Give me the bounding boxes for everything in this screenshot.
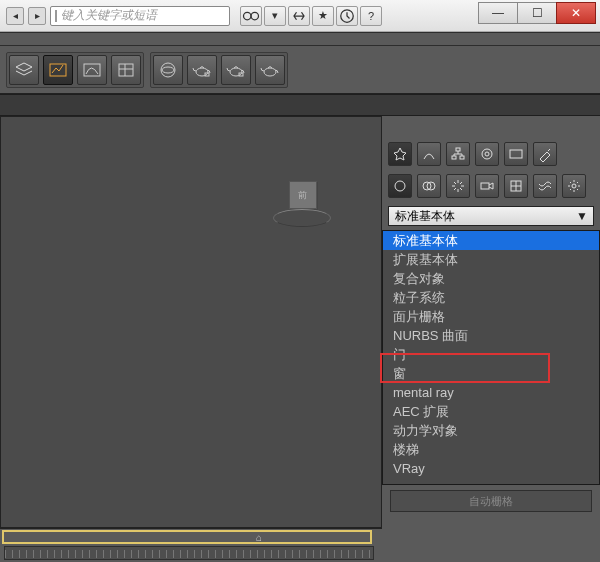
history-forward-icon[interactable]: ▸ [28, 7, 46, 25]
svg-rect-13 [452, 156, 456, 159]
search-input[interactable]: 键入关键字或短语 [50, 6, 230, 26]
timeline-selection[interactable] [2, 530, 372, 544]
window-controls: — ☐ ✕ [478, 2, 596, 24]
svg-point-18 [395, 181, 405, 191]
cameras-icon[interactable] [475, 174, 499, 198]
help-dropdown-icon[interactable]: ▾ [264, 6, 286, 26]
dropdown-item[interactable]: 标准基本体 [383, 231, 599, 250]
svg-point-11 [264, 68, 276, 76]
dropdown-item[interactable]: 复合对象 [383, 269, 599, 288]
hierarchy-tab-icon[interactable] [446, 142, 470, 166]
menu-bar [0, 32, 600, 46]
command-panel-tabs [382, 138, 600, 170]
geometry-type-dropdown-list: 标准基本体 扩展基本体 复合对象 粒子系统 面片栅格 NURBS 曲面 门 窗 … [382, 230, 600, 485]
utilities-tab-icon[interactable] [533, 142, 557, 166]
create-category-row [382, 170, 600, 202]
dropdown-item[interactable]: mental ray [383, 383, 599, 402]
dropdown-item[interactable]: 扩展基本体 [383, 250, 599, 269]
svg-point-0 [244, 12, 252, 20]
dropdown-selected-label: 标准基本体 [395, 208, 455, 225]
svg-point-15 [482, 149, 492, 159]
svg-point-7 [196, 68, 208, 76]
titlebar-left: ◂ ▸ 键入关键字或短语 ▾ ★ ? [0, 6, 382, 26]
render-teapot-a-icon[interactable] [187, 55, 217, 85]
modify-tab-icon[interactable] [417, 142, 441, 166]
schematic-view-icon[interactable] [111, 55, 141, 85]
lights-icon[interactable] [446, 174, 470, 198]
geometry-icon[interactable] [388, 174, 412, 198]
main-toolbar [0, 46, 600, 94]
viewcube-face[interactable]: 前 [289, 181, 317, 209]
binoculars-icon[interactable] [240, 6, 262, 26]
search-placeholder: 键入关键字或短语 [61, 7, 157, 24]
svg-point-1 [251, 12, 259, 20]
autogrid-label: 自动栅格 [469, 494, 513, 509]
svg-rect-21 [481, 183, 489, 189]
viewcube-ring-icon[interactable] [273, 209, 331, 227]
viewport-inner: 前 [1, 117, 381, 527]
dropdown-item[interactable]: 面片栅格 [383, 307, 599, 326]
dropdown-item[interactable]: 粒子系统 [383, 288, 599, 307]
svg-rect-12 [456, 148, 460, 151]
systems-icon[interactable] [562, 174, 586, 198]
close-button[interactable]: ✕ [556, 2, 596, 24]
dropdown-item[interactable]: NURBS 曲面 [383, 326, 599, 345]
viewport[interactable]: 前 [0, 116, 382, 528]
svg-rect-14 [460, 156, 464, 159]
ribbon-strip [0, 94, 600, 116]
geometry-type-dropdown[interactable]: 标准基本体 ▼ [388, 206, 594, 226]
toolbar-group-2 [150, 52, 288, 88]
shapes-icon[interactable] [417, 174, 441, 198]
command-panel: 标准基本体 ▼ 标准基本体 扩展基本体 复合对象 粒子系统 面片栅格 NURBS… [382, 138, 600, 562]
helpers-icon[interactable] [504, 174, 528, 198]
timeline-track[interactable] [4, 546, 374, 560]
svg-rect-17 [510, 150, 522, 158]
toolbar-group-1 [6, 52, 144, 88]
dropdown-item[interactable]: 门 [383, 345, 599, 364]
svg-point-16 [485, 152, 489, 156]
svg-point-23 [572, 184, 576, 188]
dropdown-item[interactable]: 楼梯 [383, 440, 599, 459]
render-teapot-c-icon[interactable] [255, 55, 285, 85]
maximize-button[interactable]: ☐ [517, 2, 557, 24]
key-icon: ⌂ [256, 532, 268, 544]
cursor-icon [55, 10, 57, 22]
dropdown-item[interactable]: 动力学对象 [383, 421, 599, 440]
dropdown-item[interactable]: AEC 扩展 [383, 402, 599, 421]
titlebar: ◂ ▸ 键入关键字或短语 ▾ ★ ? — ☐ ✕ [0, 0, 600, 32]
layers-icon[interactable] [9, 55, 39, 85]
recent-icon[interactable] [336, 6, 358, 26]
spacewarps-icon[interactable] [533, 174, 557, 198]
help-icon[interactable]: ? [360, 6, 382, 26]
display-tab-icon[interactable] [504, 142, 528, 166]
viewcube[interactable]: 前 [267, 177, 337, 239]
graph-editor-icon[interactable] [43, 55, 73, 85]
titlebar-tool-icons: ▾ ★ ? [240, 6, 382, 26]
create-tab-icon[interactable] [388, 142, 412, 166]
autogrid-button[interactable]: 自动栅格 [390, 490, 592, 512]
svg-rect-5 [119, 64, 133, 76]
svg-point-6 [161, 63, 175, 77]
motion-tab-icon[interactable] [475, 142, 499, 166]
minimize-button[interactable]: — [478, 2, 518, 24]
history-back-icon[interactable]: ◂ [6, 7, 24, 25]
svg-point-9 [230, 68, 242, 76]
favorite-icon[interactable]: ★ [312, 6, 334, 26]
panel-bottom-strip [382, 516, 600, 538]
dropdown-item[interactable]: VRay [383, 459, 599, 478]
render-teapot-b-icon[interactable] [221, 55, 251, 85]
material-checker-icon[interactable] [153, 55, 183, 85]
link-icon[interactable] [288, 6, 310, 26]
dropdown-item[interactable]: 窗 [383, 364, 599, 383]
curve-editor-icon[interactable] [77, 55, 107, 85]
chevron-down-icon: ▼ [575, 209, 589, 223]
